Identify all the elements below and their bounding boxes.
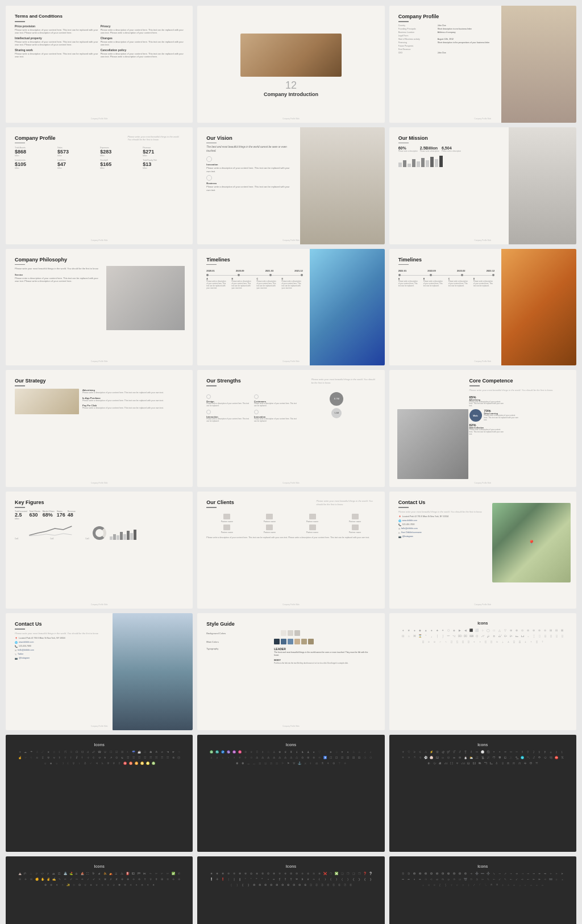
icon-item: ➠ <box>537 871 542 876</box>
icon-item: ♁ <box>83 761 88 765</box>
client-icon-2 <box>266 514 273 519</box>
icon-item: ♻ <box>300 755 305 760</box>
swatch-3 <box>288 630 293 636</box>
icon-item: ✦ <box>440 628 445 632</box>
icon-item: ♽ <box>311 755 316 760</box>
mission-content: Our Mission 60% Please write a descripti… <box>398 135 503 239</box>
icon-item: ⚭ <box>497 750 502 754</box>
mission-stat-2: 2.5Billion Please write a description <box>420 146 439 152</box>
icon-item: ☏ <box>103 750 107 754</box>
icon-item: ❌ <box>323 871 327 876</box>
icon-item: ☪ <box>92 755 96 760</box>
icon-item: ❤ <box>294 877 299 881</box>
icon-item: ❏ <box>340 871 344 876</box>
vision-items: Innovation Please write a description of… <box>206 156 294 192</box>
icon-item: ☗ <box>148 750 153 754</box>
stat-sub: billion <box>15 167 56 169</box>
instagram-text-2: @Instagram <box>19 657 30 659</box>
icon-item: ➾ <box>543 877 547 881</box>
icon-item: ✊ <box>35 877 39 881</box>
slide-our-strengths: Our Strengths Please write your most bea… <box>197 370 384 487</box>
icon-item: ➡ <box>543 871 547 876</box>
field-value <box>438 48 496 51</box>
icon-item: ⌹ <box>548 634 553 638</box>
icon-item: ⟖ <box>534 883 539 887</box>
slide-icons-dark-2: Icons (function(){ const icons3 = ['♎','… <box>197 735 384 852</box>
sg-main-row: Main Colors <box>206 639 375 644</box>
icon-item: ✟ <box>154 877 159 881</box>
slide-title: Core Competence <box>469 378 563 384</box>
icon-item: ✝ <box>143 877 147 881</box>
icon-item: ✘ <box>114 877 119 881</box>
icon-item: ⌶ <box>531 634 536 638</box>
metric-val-2: 5.3M <box>334 412 339 414</box>
donut-chart <box>92 526 107 540</box>
leader-label: LEADER <box>274 647 372 651</box>
icon-item: ➮ <box>452 877 456 881</box>
field-value <box>438 35 496 37</box>
icon-item: ☈ <box>63 750 68 754</box>
timeline-dots-line <box>206 274 302 276</box>
icon-item: ⚏ <box>275 761 279 765</box>
icon-item: ✎ <box>57 877 62 881</box>
icon-item: ✔ <box>92 877 96 881</box>
icon-item: ✉ <box>29 877 34 881</box>
icon-item: ⍎ <box>523 639 527 644</box>
icon-item: ⌠ <box>435 634 439 638</box>
icon-item: ♡ <box>317 750 322 754</box>
icon-item: ➘ <box>492 871 496 876</box>
stat-label: Please write a description <box>442 150 461 152</box>
icon-item: ♲ <box>249 755 253 760</box>
field-location: Business LocationAddress of company <box>398 31 496 34</box>
icon-item: ☜ <box>177 750 181 754</box>
bar <box>123 534 126 540</box>
slide-icons-dark-3: Icons (function(){ const icons4 = ['⚜','… <box>389 735 576 852</box>
icon-item: ⟍ <box>483 883 488 887</box>
slide-company-profile-2: Company Profile Please write your most b… <box>6 127 193 244</box>
icon-item: ⌵ <box>526 634 530 638</box>
terms-section-1: Price provision <box>15 24 98 28</box>
email-text: hello@dribble.com <box>18 649 34 651</box>
icon-item: ⟃ <box>426 883 431 887</box>
title-underline <box>206 507 217 508</box>
icon-item: ♛ <box>283 750 288 754</box>
icon-item: ☉ <box>69 750 73 754</box>
service-text: Please enter a description of your conte… <box>15 277 99 283</box>
kf-stat-2: Total Clients 630 <box>30 510 40 520</box>
icon-item: ⚃ <box>346 755 350 760</box>
icon-item: ➛ <box>509 871 513 876</box>
icon-item: ⌬ <box>475 634 479 638</box>
icon-item: ❭ <box>346 877 350 881</box>
slide-timelines-1: Timelines 2020.01 2020.09 2021.03 2021.1… <box>197 249 384 366</box>
icon-item: ⚕ <box>309 761 313 765</box>
style-guide-body: Background Colors Main Colors <box>206 630 375 664</box>
icon-item: ➔ <box>469 871 473 876</box>
slide-title: Style Guide <box>206 621 375 627</box>
slide-icons-dark-4: Icons (function(){ const icons5 = ['⛪','… <box>6 856 193 924</box>
icon-item: ⌘ <box>412 634 417 638</box>
icon-item: ❬ <box>340 877 344 881</box>
icon-item: ⛎ <box>520 755 525 760</box>
icon-item: ⛇ <box>480 755 485 760</box>
kf-stats-row: Total Invested 2.5 billion Total Clients… <box>15 510 184 520</box>
icon-item: ❡ <box>277 877 282 881</box>
icon-item: ✳ <box>128 883 133 887</box>
date-2: 2022.09 <box>427 269 435 272</box>
field-financing: FinancingShort description in the perspe… <box>398 41 496 44</box>
timeline-dots-line-2 <box>398 274 494 276</box>
icon-item: ❿ <box>303 883 307 887</box>
date-1: 2020.01 <box>206 269 214 272</box>
icon-item: ⚘ <box>326 761 330 765</box>
icon-item: ♦ <box>346 750 350 754</box>
tl-item-4: D Please write a description of your con… <box>473 278 494 288</box>
icon-item: ➎ <box>435 871 439 876</box>
slide-contact-us-2: Contact Us Please write your most beauti… <box>6 613 193 730</box>
slide-footer: Company Profile Slide <box>197 360 384 363</box>
icon-item: ❷ <box>257 883 262 887</box>
icon-item: ⟊ <box>466 883 471 887</box>
icon-item: ♄ <box>100 761 105 765</box>
line-seg <box>272 275 301 276</box>
line-chart-area: Cat1Cat2Cat3 <box>15 523 89 540</box>
icon-item: ⚇ <box>368 755 373 760</box>
icon-item: ⌴ <box>520 634 525 638</box>
